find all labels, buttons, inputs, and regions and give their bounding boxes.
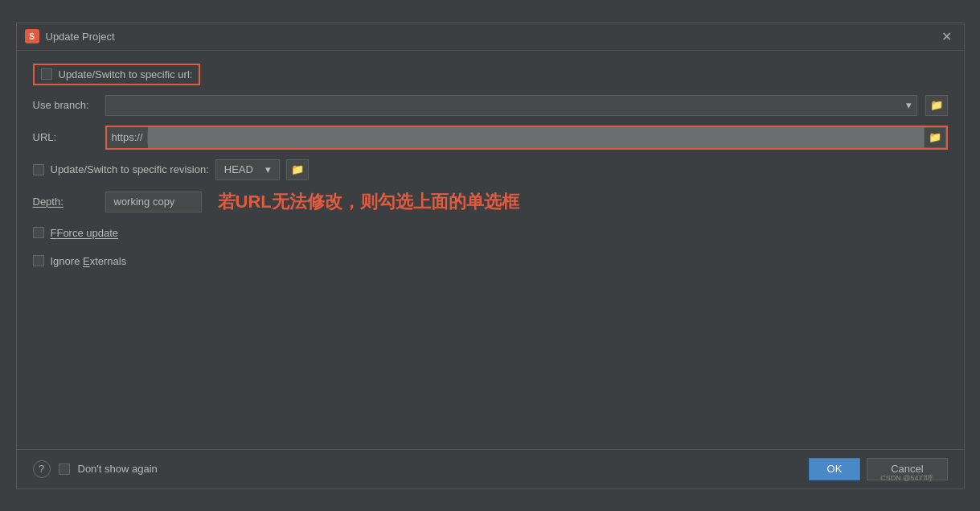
url-masked-value: ████████████████████████████████████████…	[148, 127, 924, 148]
branch-folder-button[interactable]: 📁	[925, 95, 948, 116]
close-icon: ✕	[941, 29, 952, 44]
branch-chevron-icon: ▾	[906, 99, 912, 111]
depth-combo[interactable]: working copy	[105, 192, 202, 212]
footer-actions: OK Cancel CSDN @5477呼	[809, 458, 948, 480]
ignore-externals-label: Ignore Externals	[51, 255, 127, 267]
revision-row: Update/Switch to specific revision: HEAD…	[33, 159, 948, 180]
update-switch-url-row: Update/Switch to specific url:	[33, 64, 201, 85]
use-branch-row: Use branch: ▾ 📁	[33, 95, 948, 116]
use-branch-combo[interactable]: ▾	[105, 95, 917, 116]
dont-show-label: Don't show again	[78, 463, 158, 475]
ignore-externals-row: Ignore Externals	[33, 252, 948, 270]
revision-folder-icon: 📁	[291, 163, 304, 175]
ignore-externals-checkbox[interactable]	[33, 255, 44, 266]
force-update-label: FForce update	[51, 227, 119, 239]
help-icon: ?	[39, 463, 44, 475]
annotation-text: 若URL无法修改，则勾选上面的单选框	[218, 190, 519, 214]
content-spacer	[33, 280, 948, 436]
url-folder-icon: 📁	[929, 131, 941, 143]
cancel-button[interactable]: Cancel CSDN @5477呼	[867, 458, 947, 480]
dialog-title: Update Project	[46, 31, 932, 43]
cancel-label: Cancel	[891, 463, 923, 475]
revision-chevron-icon: ▾	[265, 163, 271, 175]
app-icon: S	[25, 29, 39, 43]
revision-label: Update/Switch to specific revision:	[51, 163, 209, 175]
title-bar: S Update Project ✕	[17, 23, 964, 51]
revision-combo[interactable]: HEAD ▾	[215, 159, 280, 180]
force-update-checkbox[interactable]	[33, 227, 44, 238]
update-switch-url-checkbox[interactable]	[41, 68, 52, 80]
update-switch-url-label: Update/Switch to specific url:	[59, 68, 193, 80]
url-prefix: https://	[107, 127, 148, 148]
url-row: URL: https:// ██████████████████████████…	[33, 126, 948, 150]
revision-value: HEAD	[224, 163, 253, 175]
dialog-content: Update/Switch to specific url: Use branc…	[17, 51, 964, 449]
force-update-row: FForce update	[33, 224, 948, 242]
branch-folder-icon: 📁	[930, 99, 943, 111]
revision-folder-button[interactable]: 📁	[286, 159, 309, 180]
url-field-container: https:// ███████████████████████████████…	[105, 126, 948, 150]
url-folder-button[interactable]: 📁	[924, 127, 946, 148]
url-label: URL:	[33, 131, 97, 143]
revision-checkbox[interactable]	[33, 164, 44, 175]
use-branch-label: Use branch:	[33, 99, 97, 111]
dialog-footer: ? Don't show again OK Cancel CSDN @5477呼	[17, 449, 964, 488]
ok-button[interactable]: OK	[809, 458, 861, 480]
dont-show-checkbox[interactable]	[59, 464, 70, 475]
depth-value: working copy	[114, 196, 175, 208]
cancel-sub-label: CSDN @5477呼	[880, 475, 933, 482]
help-button[interactable]: ?	[33, 460, 51, 478]
depth-label: Depth:	[33, 196, 97, 208]
update-project-dialog: S Update Project ✕ Update/Switch to spec…	[16, 23, 965, 489]
close-button[interactable]: ✕	[938, 27, 956, 45]
depth-row: Depth: working copy 若URL无法修改，则勾选上面的单选框	[33, 190, 948, 214]
